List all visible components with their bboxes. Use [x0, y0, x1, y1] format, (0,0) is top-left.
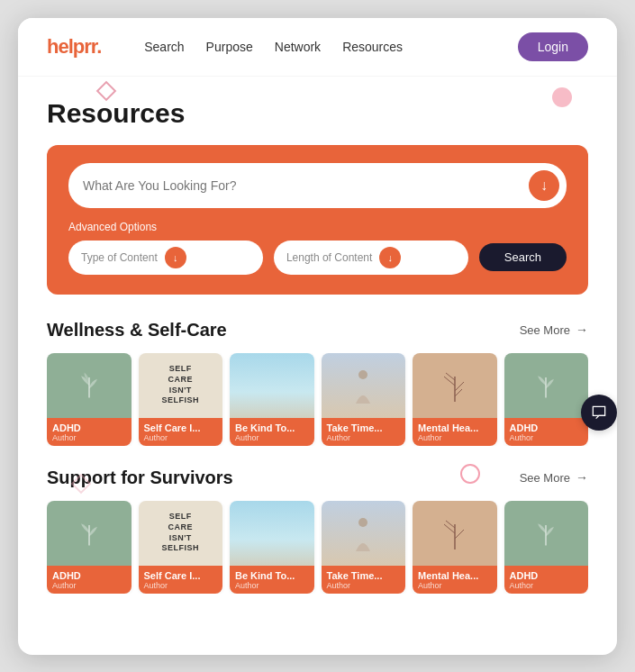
card-img-person-1	[322, 353, 406, 418]
nav-search[interactable]: Search	[144, 40, 184, 54]
card-footer-6: ADHD Author	[504, 418, 589, 446]
type-label: Type of Content	[81, 251, 158, 264]
card-footer-2: Self Care I... Author	[139, 418, 223, 446]
wellness-card-5[interactable]: Mental Hea... Author	[413, 353, 497, 446]
deco-circle-1	[552, 87, 572, 107]
length-of-content-select[interactable]: Length of Content ↓	[274, 241, 468, 275]
deco-outline-circle-1	[460, 464, 480, 484]
survivors-section: Support for Survivors See More →	[47, 468, 588, 594]
card-img-green-2	[504, 353, 589, 418]
survivors-footer-4: Take Time... Author	[322, 566, 406, 594]
survivors-footer-3: Be Kind To... Author	[230, 566, 314, 594]
survivors-img-green-2	[504, 501, 589, 566]
advanced-label: Advanced Options	[68, 221, 567, 233]
survivors-img-book-1: SELFCAREISN'TSELFISH	[139, 501, 223, 566]
card-footer-5: Mental Hea... Author	[413, 418, 497, 446]
length-label: Length of Content	[286, 251, 372, 264]
type-of-content-select[interactable]: Type of Content ↓	[68, 241, 263, 275]
wellness-see-more[interactable]: See More →	[520, 322, 588, 337]
survivors-card-1[interactable]: ADHD Author	[47, 501, 132, 594]
survivors-card-4[interactable]: Take Time... Author	[322, 501, 406, 594]
card-img-book-1: SELFCAREISN'TSELFISH	[139, 353, 223, 418]
card-img-green-1	[47, 353, 132, 418]
search-down-button[interactable]: ↓	[529, 170, 559, 201]
survivors-img-sky-1	[230, 501, 314, 566]
wellness-cards-row: ADHD Author SELFCAREISN'TSELFISH Self Ca…	[47, 353, 588, 446]
survivors-footer-6: ADHD Author	[504, 566, 589, 594]
wellness-card-6[interactable]: ADHD Author	[504, 353, 589, 446]
survivors-card-6[interactable]: ADHD Author	[504, 501, 589, 594]
type-down-icon[interactable]: ↓	[165, 247, 186, 268]
survivors-img-person-1	[322, 501, 406, 566]
search-button[interactable]: Search	[479, 243, 567, 271]
login-button[interactable]: Login	[518, 32, 588, 61]
nav-resources[interactable]: Resources	[342, 40, 403, 54]
survivors-card-3[interactable]: Be Kind To... Author	[230, 501, 314, 594]
nav-purpose[interactable]: Purpose	[206, 40, 253, 54]
survivors-footer-1: ADHD Author	[47, 566, 132, 594]
nav-links: Search Purpose Network Resources	[144, 40, 488, 54]
wellness-title: Wellness & Self-Care	[47, 320, 227, 341]
card-img-branches-1	[413, 353, 497, 418]
nav-network[interactable]: Network	[275, 40, 321, 54]
survivors-card-2[interactable]: SELFCAREISN'TSELFISH Self Care I... Auth…	[139, 501, 223, 594]
search-section: ↓ Advanced Options Type of Content ↓ Len…	[47, 145, 588, 295]
wellness-card-3[interactable]: Be Kind To... Author	[230, 353, 314, 446]
survivors-img-branches-1	[413, 501, 497, 566]
survivors-footer-2: Self Care I... Author	[139, 566, 223, 594]
chat-bubble-button[interactable]	[581, 395, 617, 431]
see-more-arrow-2: →	[576, 470, 588, 485]
wellness-header: Wellness & Self-Care See More →	[47, 320, 588, 341]
survivors-cards-row: ADHD Author SELFCAREISN'TSELFISH Self Ca…	[47, 501, 588, 594]
survivors-see-more[interactable]: See More →	[520, 470, 588, 485]
wellness-card-2[interactable]: SELFCAREISN'TSELFISH Self Care I... Auth…	[139, 353, 223, 446]
card-footer-4: Take Time... Author	[322, 418, 406, 446]
card-img-sky-1	[230, 353, 314, 418]
wellness-card-4[interactable]: Take Time... Author	[322, 353, 406, 446]
survivors-footer-5: Mental Hea... Author	[413, 566, 497, 594]
page-title: Resources	[47, 98, 588, 129]
survivors-card-5[interactable]: Mental Hea... Author	[413, 501, 497, 594]
svg-point-0	[358, 370, 367, 379]
card-footer-3: Be Kind To... Author	[230, 418, 314, 446]
filter-row: Type of Content ↓ Length of Content ↓ Se…	[68, 241, 567, 275]
wellness-section: Wellness & Self-Care See More →	[47, 320, 588, 446]
svg-point-1	[358, 518, 367, 527]
survivors-img-green-1	[47, 501, 132, 566]
main-window: helprr. Search Purpose Network Resources…	[18, 18, 617, 655]
search-input[interactable]	[83, 178, 529, 193]
search-bar: ↓	[68, 163, 567, 208]
wellness-card-1[interactable]: ADHD Author	[47, 353, 132, 446]
length-down-icon[interactable]: ↓	[379, 247, 401, 268]
card-footer-1: ADHD Author	[47, 418, 132, 446]
see-more-arrow-1: →	[576, 322, 588, 337]
navbar: helprr. Search Purpose Network Resources…	[18, 18, 617, 77]
logo: helprr.	[47, 35, 101, 59]
survivors-header: Support for Survivors See More →	[47, 468, 588, 488]
main-content: Resources ↓ Advanced Options Type of Con…	[18, 77, 617, 637]
